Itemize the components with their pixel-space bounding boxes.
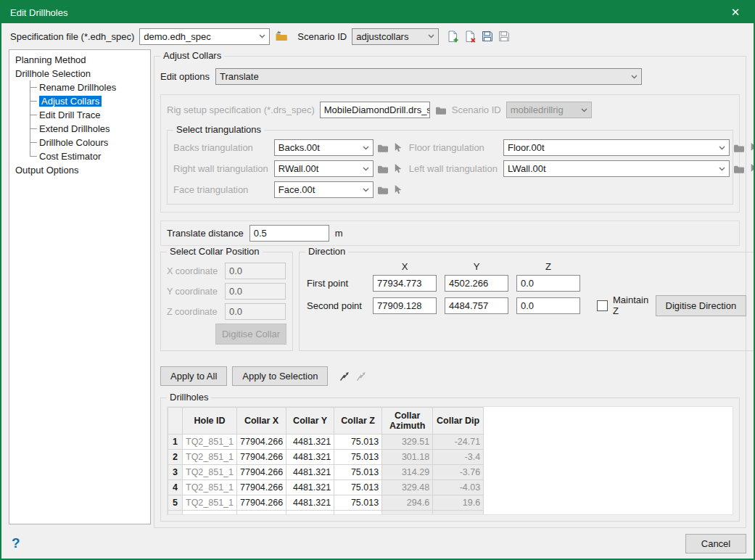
delete-scenario-icon[interactable] — [464, 30, 476, 43]
sidebar-item-drillhole-colours[interactable]: Drillhole Colours — [30, 136, 147, 149]
folder-icon — [377, 142, 389, 154]
spec-file-combo[interactable]: demo.edh_spec — [139, 28, 270, 45]
edit-drillholes-dialog: Edit Drillholes ✕ Specification file (*.… — [0, 0, 755, 560]
select-triangulations-title: Select triangulations — [173, 124, 264, 135]
chevron-down-icon — [360, 167, 371, 171]
pick-cursor-icon — [392, 142, 403, 153]
x-coordinate-input: 0.0 — [225, 263, 286, 279]
collar-z-header[interactable]: Collar Z — [334, 408, 382, 435]
chevron-down-icon — [426, 34, 437, 38]
chevron-down-icon — [629, 75, 640, 79]
pick-cursor-icon — [392, 184, 403, 195]
collar-azimuth-header[interactable]: Collar Azimuth — [382, 408, 433, 435]
sidebar-item-adjust-collars[interactable]: Adjust Collars — [30, 94, 147, 108]
maintain-z-checkbox[interactable] — [597, 300, 608, 311]
save-scenario-icon[interactable] — [482, 30, 493, 42]
adjust-collars-group: Adjust Collars Edit options Translate Ri… — [154, 56, 746, 528]
face-triangulation-label: Face triangulation — [173, 184, 268, 195]
row-number[interactable]: 2 — [168, 450, 183, 465]
rig-spec-label: Rig setup specification (*.drs_spec) — [167, 104, 315, 115]
translate-distance-input[interactable]: 0.5 — [249, 225, 329, 242]
folder-icon — [733, 163, 745, 175]
direction-y-header: Y — [445, 261, 508, 272]
direction-z-header: Z — [516, 261, 580, 272]
sidebar-item-edit-drill-trace[interactable]: Edit Drill Trace — [30, 108, 147, 122]
backs-triangulation-label: Backs triangulation — [173, 142, 268, 153]
edit-options-label: Edit options — [160, 71, 210, 82]
z-coordinate-input: 0.0 — [225, 303, 286, 320]
rig-spec-combo: MobileDiamondDrill.drs_spec — [320, 102, 430, 118]
sidebar-item-output-options[interactable]: Output Options — [12, 163, 147, 177]
chevron-down-icon — [360, 188, 371, 192]
row-number[interactable]: 3 — [168, 465, 183, 480]
new-scenario-icon[interactable] — [447, 30, 459, 43]
translate-distance-row: Translate distance 0.5 m — [160, 221, 740, 246]
first-point-x-input[interactable]: 77934.773 — [373, 275, 437, 292]
second-point-y-input[interactable]: 4484.757 — [445, 297, 508, 314]
save-scenario-as-icon[interactable] — [498, 30, 510, 42]
left-wall-triangulation-combo: LWall.00t — [503, 160, 730, 177]
specification-bar: Specification file (*.edh_spec) demo.edh… — [10, 28, 745, 45]
backs-triangulation-combo: Backs.00t — [274, 139, 374, 156]
corner-header-cell — [168, 408, 183, 435]
sidebar-item-extend-drillholes[interactable]: Extend Drillholes — [30, 122, 147, 136]
help-icon[interactable]: ? — [12, 535, 20, 551]
drillholes-table: Hole ID Collar X Collar Y Collar Z Colla… — [168, 407, 484, 515]
table-header-row: Hole ID Collar X Collar Y Collar Z Colla… — [168, 408, 484, 435]
second-point-z-input[interactable]: 0.0 — [516, 297, 580, 314]
y-coordinate-label: Y coordinate — [167, 287, 220, 297]
table-row: 1 TQ2_851_1 77904.266 4481.321 75.013 32… — [168, 435, 484, 450]
scenario-id-label: Scenario ID — [297, 31, 347, 42]
translate-distance-label: Translate distance — [167, 228, 244, 239]
sidebar-item-drillhole-selection[interactable]: Drillhole Selection — [12, 67, 147, 81]
sidebar-item-cost-estimator[interactable]: Cost Estimator — [30, 149, 147, 163]
second-point-label: Second point — [307, 300, 365, 311]
sidebar-item-planning-method[interactable]: Planning Method — [12, 53, 147, 67]
row-number[interactable]: 6 — [168, 511, 183, 516]
digitise-direction-button[interactable]: Digitise Direction — [656, 295, 747, 316]
close-icon[interactable]: ✕ — [726, 3, 745, 22]
table-row: 2 TQ2_851_1 77904.266 4481.321 75.013 30… — [168, 450, 484, 465]
hole-id-header[interactable]: Hole ID — [183, 408, 237, 435]
scenario-id-combo[interactable]: adjustcollars — [352, 28, 439, 45]
collar-x-header[interactable]: Collar X — [237, 408, 286, 435]
collar-dip-header[interactable]: Collar Dip — [433, 408, 484, 435]
window-title: Edit Drillholes — [10, 7, 67, 18]
open-folder-icon[interactable] — [275, 30, 288, 42]
first-point-z-input[interactable]: 0.0 — [516, 275, 580, 292]
apply-to-selection-button[interactable]: Apply to Selection — [232, 366, 328, 386]
edit-options-combo[interactable]: Translate — [215, 68, 642, 85]
redo-arrow-icon — [355, 371, 367, 382]
table-row: 5 TQ2_851_1 77904.266 4481.321 75.013 29… — [168, 495, 484, 511]
row-number[interactable]: 1 — [168, 435, 183, 450]
row-number[interactable]: 5 — [168, 495, 183, 511]
pick-cursor-icon — [392, 163, 403, 174]
direction-x-header: X — [373, 261, 437, 272]
footer-bar: ? Cancel — [1, 531, 754, 559]
collar-y-header[interactable]: Collar Y — [286, 408, 334, 435]
folder-icon — [733, 142, 745, 154]
right-wall-triangulation-label: Right wall triangulation — [173, 163, 268, 174]
chevron-down-icon — [360, 146, 371, 150]
rig-scenario-combo: mobiledrillrig — [506, 102, 592, 118]
adjust-collars-group-title: Adjust Collars — [160, 50, 224, 61]
right-wall-triangulation-combo: RWall.00t — [274, 160, 374, 177]
undo-arrow-icon[interactable] — [339, 371, 350, 382]
first-point-y-input[interactable]: 4502.266 — [445, 275, 508, 292]
chevron-down-icon — [717, 146, 727, 150]
sidebar-item-rename-drillholes[interactable]: Rename Drillholes — [30, 81, 147, 94]
cancel-button[interactable]: Cancel — [685, 534, 746, 553]
floor-triangulation-combo: Floor.00t — [503, 139, 730, 156]
direction-group: Direction X Y Z First point 77934.773 45… — [299, 252, 755, 351]
apply-to-all-button[interactable]: Apply to All — [160, 366, 227, 386]
floor-triangulation-label: Floor triangulation — [409, 142, 498, 153]
second-point-x-input[interactable]: 77909.128 — [373, 297, 437, 314]
drillholes-table-viewport[interactable]: Hole ID Collar X Collar Y Collar Z Colla… — [167, 406, 733, 515]
spec-file-label: Specification file (*.edh_spec) — [10, 31, 134, 42]
folder-icon — [377, 163, 389, 175]
adjust-collars-panel: Adjust Collars Edit options Translate Ri… — [154, 49, 746, 530]
chevron-down-icon — [257, 34, 268, 38]
row-number[interactable]: 4 — [168, 480, 183, 495]
face-triangulation-combo: Face.00t — [274, 181, 374, 198]
first-point-label: First point — [307, 278, 365, 289]
